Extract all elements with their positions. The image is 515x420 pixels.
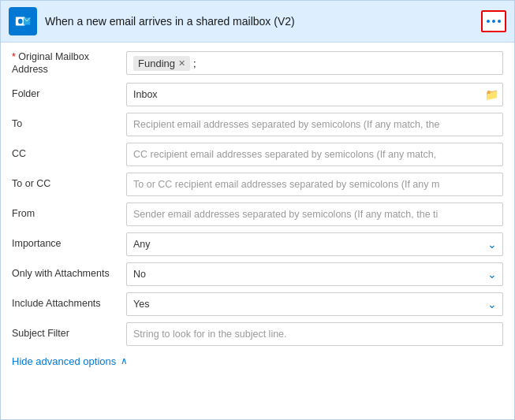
cc-row: CC <box>12 143 503 166</box>
hide-advanced-button[interactable]: Hide advanced options ∧ <box>12 352 503 367</box>
original-mailbox-row: Original Mailbox Address Funding ✕ ; <box>12 50 503 76</box>
three-dots-icon <box>487 20 501 23</box>
form-body: Original Mailbox Address Funding ✕ ; Fol… <box>1 43 514 419</box>
folder-row: Folder 📁 <box>12 83 503 106</box>
cc-input[interactable] <box>126 143 503 166</box>
only-attachments-select-wrap: No Yes ⌄ <box>126 262 503 286</box>
original-mailbox-label: Original Mailbox Address <box>12 50 126 76</box>
header: When a new email arrives in a shared mai… <box>1 1 514 43</box>
to-or-cc-row: To or CC <box>12 173 503 196</box>
only-attachments-row: Only with Attachments No Yes ⌄ <box>12 262 503 286</box>
subject-filter-input[interactable] <box>126 322 503 346</box>
importance-row: Importance Any High Normal Low ⌄ <box>12 232 503 256</box>
only-attachments-select[interactable]: No Yes <box>126 262 503 286</box>
only-attachments-label: Only with Attachments <box>12 267 126 280</box>
include-attachments-row: Include Attachments Yes No ⌄ <box>12 292 503 316</box>
outlook-icon <box>9 7 37 35</box>
chevron-up-icon: ∧ <box>121 355 128 366</box>
cc-label: CC <box>12 147 126 160</box>
folder-input[interactable] <box>126 83 503 106</box>
folder-label: Folder <box>12 87 126 100</box>
to-or-cc-label: To or CC <box>12 177 126 190</box>
tag-close-icon[interactable]: ✕ <box>178 59 185 68</box>
hide-advanced-label: Hide advanced options <box>12 355 116 367</box>
funding-tag: Funding ✕ <box>133 56 190 71</box>
from-label: From <box>12 207 126 220</box>
subject-filter-label: Subject Filter <box>12 327 126 340</box>
header-title: When a new email arrives in a shared mai… <box>45 15 481 28</box>
more-options-button[interactable] <box>481 10 506 32</box>
subject-filter-row: Subject Filter <box>12 322 503 346</box>
include-attachments-select[interactable]: Yes No <box>126 292 503 316</box>
include-attachments-select-wrap: Yes No ⌄ <box>126 292 503 316</box>
from-input[interactable] <box>126 203 503 226</box>
svg-point-2 <box>18 19 23 24</box>
include-attachments-label: Include Attachments <box>12 297 126 310</box>
to-label: To <box>12 117 126 130</box>
to-input[interactable] <box>126 113 503 136</box>
importance-label: Importance <box>12 237 126 250</box>
tag-label: Funding <box>138 58 175 69</box>
folder-input-wrap: 📁 <box>126 83 503 106</box>
main-container: When a new email arrives in a shared mai… <box>0 0 515 420</box>
importance-select[interactable]: Any High Normal Low <box>126 232 503 256</box>
to-row: To <box>12 113 503 136</box>
importance-select-wrap: Any High Normal Low ⌄ <box>126 232 503 256</box>
to-or-cc-input[interactable] <box>126 173 503 196</box>
mailbox-separator: ; <box>193 58 196 69</box>
from-row: From <box>12 203 503 226</box>
original-mailbox-input[interactable]: Funding ✕ ; <box>126 51 503 75</box>
